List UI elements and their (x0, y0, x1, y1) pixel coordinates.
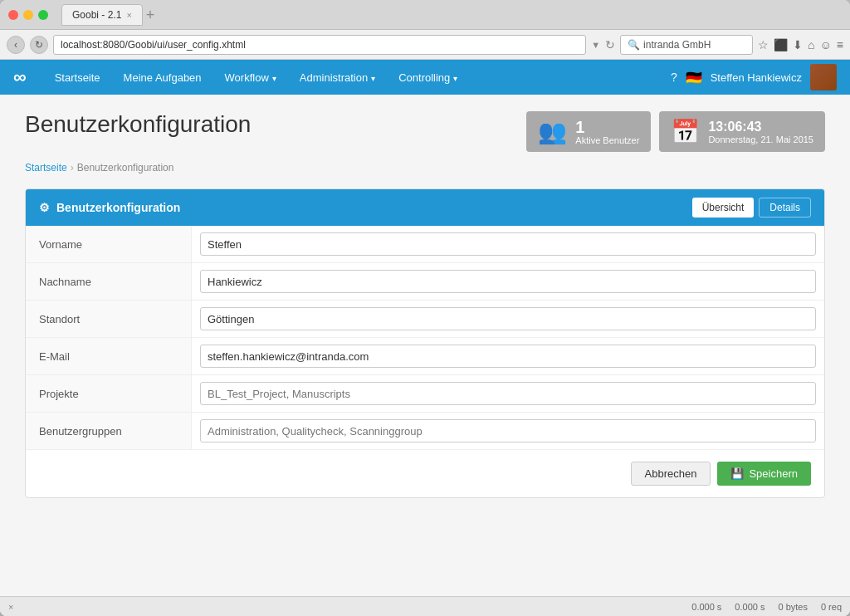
workflow-chevron-icon (272, 71, 276, 84)
browser-window: Goobi - 2.1 × + ‹ ↻ ▼ ↻ 🔍 intranda GmbH … (0, 0, 850, 616)
app-logo[interactable]: ∞ (13, 66, 27, 88)
reload-button[interactable]: ↻ (30, 36, 48, 54)
nav-right: ? 🇩🇪 Steffen Hankiewicz (671, 64, 837, 90)
save-page-icon[interactable]: ⬛ (774, 38, 788, 51)
title-bar: Goobi - 2.1 × + (0, 0, 850, 30)
download-icon[interactable]: ⬇ (793, 38, 803, 51)
status-req: 0 req (821, 602, 842, 612)
breadcrumb-home-link[interactable]: Startseite (25, 162, 67, 174)
vorname-label: Vorname (26, 226, 192, 262)
user-config-panel: Benutzerkonfiguration Übersicht Details … (25, 188, 825, 498)
standort-field (192, 301, 824, 337)
star-icon[interactable]: ☆ (758, 38, 769, 51)
nav-item-administration[interactable]: Administration (288, 60, 387, 95)
controlling-chevron-icon (453, 71, 457, 84)
minimize-button[interactable] (23, 10, 33, 20)
page-title: Benutzerkonfiguration (25, 111, 251, 138)
standort-input[interactable] (200, 307, 816, 330)
form-row-benutzergruppen: Benutzergruppen (26, 413, 824, 449)
tab-title: Goobi - 2.1 (72, 9, 121, 21)
form-footer: Abbrechen 💾 Speichern (26, 449, 824, 497)
nav-item-startseite[interactable]: Startseite (43, 60, 112, 95)
app-content: ∞ Startseite Meine Aufgaben Workflow Adm… (0, 60, 850, 616)
status-close[interactable]: × (8, 602, 13, 612)
language-flag[interactable]: 🇩🇪 (686, 70, 702, 86)
vorname-input[interactable] (200, 232, 816, 256)
nav-item-workflow[interactable]: Workflow (213, 60, 288, 95)
benutzergruppen-label: Benutzergruppen (26, 413, 192, 449)
users-count: 1 (575, 119, 639, 135)
user-icon[interactable]: ☺ (820, 38, 832, 51)
panel-title-text: Benutzerkonfiguration (56, 201, 180, 214)
details-button[interactable]: Details (759, 198, 811, 218)
traffic-lights (8, 10, 48, 20)
projekte-field (192, 375, 824, 412)
current-time: 13:06:43 (708, 119, 813, 134)
form-row-nachname: Nachname (26, 263, 824, 301)
users-icon: 👥 (538, 118, 567, 145)
datetime-widget: 📅 13:06:43 Donnerstag, 21. Mai 2015 (659, 111, 825, 152)
current-date: Donnerstag, 21. Mai 2015 (708, 134, 813, 144)
status-bar: × 0.000 s 0.000 s 0 bytes 0 req (0, 596, 850, 616)
panel-title: Benutzerkonfiguration (39, 201, 180, 214)
nav-bar: ∞ Startseite Meine Aufgaben Workflow Adm… (0, 60, 850, 95)
tab-bar: Goobi - 2.1 × + (61, 4, 842, 26)
tab-close-icon[interactable]: × (126, 10, 131, 20)
overview-button[interactable]: Übersicht (692, 198, 755, 218)
save-label: Speichern (749, 467, 798, 480)
form-row-projekte: Projekte (26, 375, 824, 413)
maximize-button[interactable] (38, 10, 48, 20)
cancel-button[interactable]: Abbrechen (631, 462, 711, 486)
nav-label-startseite: Startseite (55, 71, 100, 84)
active-tab[interactable]: Goobi - 2.1 × (61, 4, 143, 26)
form-body: Vorname Nachname Standort (26, 226, 824, 449)
search-engine-icon: 🔍 (628, 39, 640, 51)
search-engine-label: intranda GmbH (643, 39, 711, 51)
nachname-field (192, 263, 824, 300)
calendar-icon: 📅 (671, 118, 700, 145)
nav-label-aufgaben: Meine Aufgaben (124, 71, 202, 84)
avatar-image (810, 64, 837, 90)
form-row-vorname: Vorname (26, 226, 824, 263)
status-time1: 0.000 s (691, 602, 721, 612)
home-icon[interactable]: ⌂ (808, 38, 814, 51)
nachname-label: Nachname (26, 263, 192, 300)
menu-icon[interactable]: ≡ (837, 38, 843, 51)
form-row-standort: Standort (26, 301, 824, 338)
address-bar: ‹ ↻ ▼ ↻ 🔍 intranda GmbH ☆ ⬛ ⬇ ⌂ ☺ ≡ (0, 30, 850, 60)
back-button[interactable]: ‹ (7, 36, 25, 54)
settings-icon (39, 201, 50, 214)
standort-label: Standort (26, 301, 192, 337)
main-content: Benutzerkonfiguration 👥 1 Aktive Benutze… (0, 95, 850, 596)
header-widgets: 👥 1 Aktive Benutzer 📅 13:06:43 Donnersta… (526, 111, 825, 152)
filter-icon: ▼ (591, 40, 600, 50)
nav-item-controlling[interactable]: Controlling (387, 60, 469, 95)
panel-actions: Übersicht Details (692, 198, 811, 218)
page-header: Benutzerkonfiguration 👥 1 Aktive Benutze… (25, 111, 825, 152)
url-input[interactable] (53, 35, 586, 55)
benutzergruppen-input[interactable] (200, 419, 816, 442)
form-row-email: E-Mail (26, 338, 824, 375)
email-label: E-Mail (26, 338, 192, 374)
status-bytes: 0 bytes (778, 602, 807, 612)
help-button[interactable]: ? (671, 71, 677, 84)
search-field: 🔍 intranda GmbH (620, 35, 753, 55)
projekte-label: Projekte (26, 375, 192, 412)
user-avatar[interactable] (810, 64, 837, 90)
refresh-icon[interactable]: ↻ (605, 38, 615, 51)
email-input[interactable] (200, 345, 816, 368)
benutzergruppen-field (192, 413, 824, 449)
breadcrumb-separator: › (71, 162, 74, 174)
active-users-widget: 👥 1 Aktive Benutzer (526, 111, 651, 152)
projekte-input[interactable] (200, 382, 816, 405)
close-button[interactable] (8, 10, 18, 20)
nav-label-administration: Administration (300, 71, 368, 84)
datetime-widget-text: 13:06:43 Donnerstag, 21. Mai 2015 (708, 119, 813, 144)
status-time2: 0.000 s (735, 602, 765, 612)
nachname-input[interactable] (200, 270, 816, 293)
save-button[interactable]: 💾 Speichern (717, 462, 811, 486)
new-tab-button[interactable]: + (146, 7, 155, 22)
nav-item-aufgaben[interactable]: Meine Aufgaben (112, 60, 213, 95)
email-field (192, 338, 824, 374)
panel-header: Benutzerkonfiguration Übersicht Details (26, 189, 824, 226)
